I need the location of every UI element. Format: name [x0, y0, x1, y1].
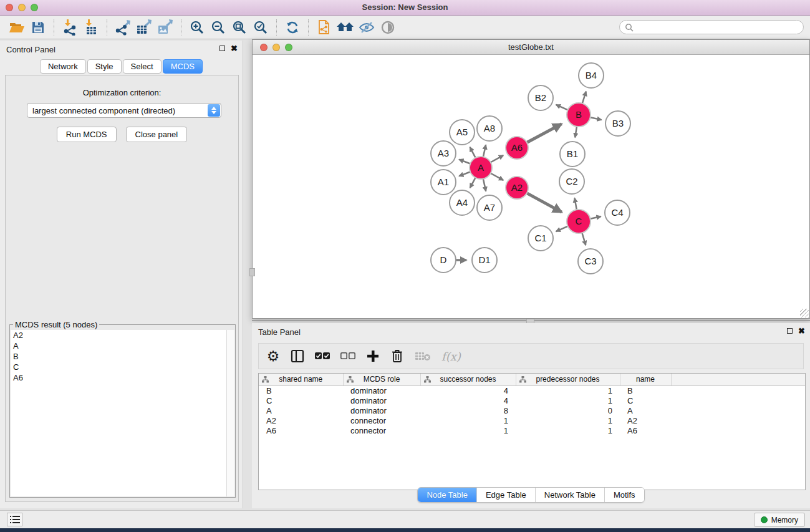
close-panel-button[interactable]: Close panel: [126, 127, 188, 142]
tab-select[interactable]: Select: [123, 59, 162, 74]
table-cell[interactable]: 1: [420, 415, 516, 425]
table-row[interactable]: Adominator80A: [259, 405, 805, 415]
table-cell[interactable]: C: [620, 395, 671, 405]
tab-style[interactable]: Style: [87, 59, 122, 74]
mcds-result-list[interactable]: A2ABCA6: [11, 330, 234, 496]
column-header-name[interactable]: name: [620, 374, 671, 385]
table-cell[interactable]: dominator: [343, 405, 420, 415]
table-cell[interactable]: connector: [343, 415, 420, 425]
table-cell[interactable]: A: [259, 405, 343, 415]
table-row[interactable]: Bdominator41B: [259, 385, 805, 395]
edge-C-C3[interactable]: [582, 231, 586, 245]
mcds-result-item[interactable]: C: [11, 362, 234, 372]
zoom-selected-icon[interactable]: [250, 18, 271, 37]
save-icon[interactable]: [27, 18, 49, 37]
select-all-icon[interactable]: [315, 348, 330, 364]
column-header-MCDS-role[interactable]: MCDS role: [343, 374, 420, 385]
open-icon[interactable]: [6, 18, 27, 37]
edge-B-B3[interactable]: [589, 117, 602, 120]
import-network-icon[interactable]: [59, 18, 80, 37]
search-input[interactable]: [634, 22, 803, 33]
mcds-result-item[interactable]: A: [11, 341, 234, 351]
table-row[interactable]: A6connector11A6: [259, 425, 805, 435]
edge-A-A7[interactable]: [483, 178, 486, 191]
table-row[interactable]: A2connector11A2: [259, 415, 805, 425]
resize-grip[interactable]: [800, 309, 809, 317]
open-session-file-icon[interactable]: [314, 18, 335, 37]
column-header-predecessor-nodes[interactable]: predecessor nodes: [516, 374, 620, 385]
table-cell[interactable]: B: [259, 385, 343, 395]
table-options-gear-icon[interactable]: ⚙: [266, 348, 280, 364]
task-history-button[interactable]: [7, 513, 22, 526]
show-selected-icon[interactable]: [377, 18, 398, 37]
table-cell[interactable]: A6: [620, 425, 671, 435]
table-cell[interactable]: C: [259, 395, 343, 405]
edge-A2-C[interactable]: [526, 193, 562, 212]
table-cell[interactable]: B: [620, 385, 671, 395]
import-table-icon[interactable]: [80, 18, 102, 37]
table-cell[interactable]: A: [620, 405, 671, 415]
run-mcds-button[interactable]: Run MCDS: [57, 127, 117, 142]
table-cell[interactable]: A2: [620, 415, 671, 425]
close-table-panel-icon[interactable]: ✖: [798, 327, 805, 334]
edge-A-A3[interactable]: [459, 160, 471, 165]
table-cell[interactable]: 4: [420, 385, 516, 395]
tab-network-table[interactable]: Network Table: [536, 488, 605, 502]
export-image-icon[interactable]: [155, 18, 176, 37]
export-network-icon[interactable]: [112, 18, 133, 37]
column-header-shared-name[interactable]: shared name: [259, 374, 343, 385]
table-cell[interactable]: 0: [516, 405, 620, 415]
zoom-out-icon[interactable]: [208, 18, 229, 37]
edge-C-C1[interactable]: [556, 226, 569, 231]
deselect-all-icon[interactable]: [340, 348, 355, 364]
tab-mcds[interactable]: MCDS: [163, 59, 203, 74]
table-cell[interactable]: A6: [259, 425, 343, 435]
add-column-icon[interactable]: [366, 348, 380, 364]
hide-selected-icon[interactable]: [356, 18, 377, 37]
tab-node-table[interactable]: Node Table: [418, 488, 477, 502]
delete-column-trash-icon[interactable]: [390, 348, 404, 364]
table-cell[interactable]: 1: [516, 395, 620, 405]
show-all-networks-icon[interactable]: [335, 18, 356, 37]
zoom-in-icon[interactable]: [186, 18, 208, 37]
edge-A-A8[interactable]: [483, 145, 486, 158]
network-window-titlebar[interactable]: testGlobe.txt: [253, 40, 809, 55]
mcds-result-item[interactable]: A6: [11, 372, 234, 383]
edge-A-A1[interactable]: [459, 172, 471, 177]
network-canvas[interactable]: B4B2BB3A8A5A6B1A3AC2A1A2A4A7C4CC1C3DD1: [253, 55, 809, 318]
table-cell[interactable]: dominator: [343, 385, 420, 395]
criterion-select[interactable]: largest connected component (directed): [27, 103, 221, 118]
table-cell[interactable]: 1: [516, 385, 620, 395]
table-cell[interactable]: A2: [259, 415, 343, 425]
edge-B-B2[interactable]: [556, 105, 569, 110]
mcds-result-item[interactable]: B: [11, 351, 234, 362]
edge-A-A5[interactable]: [470, 147, 476, 159]
mcds-list-scrollbar[interactable]: [226, 330, 234, 496]
table-row[interactable]: Cdominator41C: [259, 395, 805, 405]
float-panel-icon[interactable]: [219, 46, 225, 51]
tab-edge-table[interactable]: Edge Table: [477, 488, 536, 502]
table-cell[interactable]: 1: [516, 425, 620, 435]
search-box[interactable]: [619, 20, 804, 34]
tab-network[interactable]: Network: [40, 59, 86, 74]
node-table[interactable]: shared nameMCDS rolesuccessor nodesprede…: [258, 373, 806, 490]
column-header-successor-nodes[interactable]: successor nodes: [420, 374, 516, 385]
export-table-icon[interactable]: [133, 18, 155, 37]
float-table-panel-icon[interactable]: [787, 328, 793, 334]
edge-C-C2[interactable]: [575, 198, 577, 211]
zoom-fit-icon[interactable]: [229, 18, 250, 37]
table-cell[interactable]: 1: [516, 415, 620, 425]
tab-motifs[interactable]: Motifs: [605, 488, 644, 502]
table-cell[interactable]: 4: [420, 395, 516, 405]
memory-button[interactable]: Memory: [754, 513, 805, 527]
table-cell[interactable]: connector: [343, 425, 420, 435]
edge-A-A6[interactable]: [489, 155, 503, 163]
table-cell[interactable]: 8: [420, 405, 516, 415]
table-cell[interactable]: 1: [420, 425, 516, 435]
edge-A-A2[interactable]: [489, 173, 503, 180]
column-visibility-icon[interactable]: [291, 348, 304, 364]
close-panel-icon[interactable]: ✖: [231, 45, 238, 52]
edge-A-A4[interactable]: [470, 177, 476, 188]
edge-A6-B[interactable]: [526, 124, 562, 143]
refresh-icon[interactable]: [282, 18, 303, 37]
